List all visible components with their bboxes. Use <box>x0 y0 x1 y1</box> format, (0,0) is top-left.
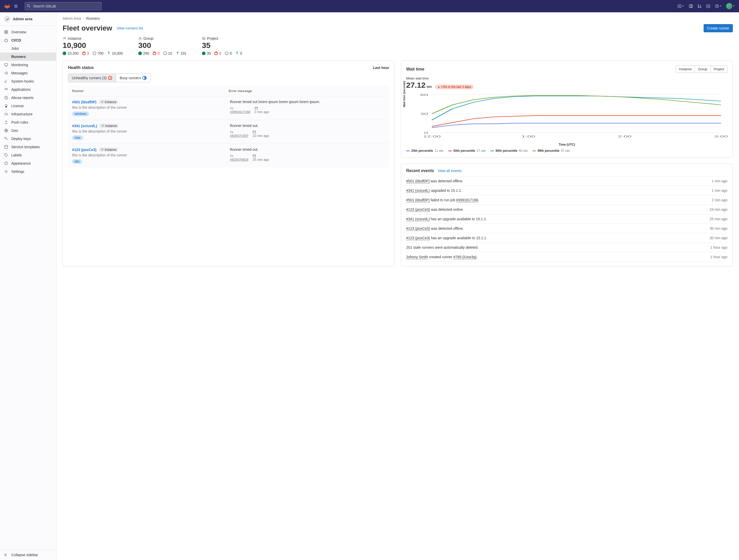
chip-upgrade: 10,000 <box>107 51 123 55</box>
event-time: 30 min ago <box>710 226 727 230</box>
event-message: #123 (poxCe3) was detected online. <box>406 207 464 211</box>
event-time: 24 min ago <box>710 207 727 211</box>
tab-unhealthy-runners[interactable]: Unhealthy runners (3) × <box>68 74 116 82</box>
sidebar-item-label: Service templates <box>11 145 40 149</box>
sidebar-item-geo[interactable]: Geo <box>0 127 56 135</box>
event-link[interactable]: #789 (iUxw3q) <box>453 255 476 259</box>
busy-status-icon <box>142 76 147 80</box>
seg-project[interactable]: Project <box>711 66 727 72</box>
appearance-icon <box>4 161 8 165</box>
search-input[interactable] <box>25 2 102 10</box>
sidebar: Admin area OverviewCI/CDJobsRunnersMonit… <box>0 12 56 560</box>
sidebar-item-license[interactable]: License <box>0 102 56 110</box>
plus-dropdown-icon[interactable] <box>678 4 684 8</box>
runner-error: Runner timed out. <box>230 148 385 152</box>
legend-name: 99th percentile <box>538 149 559 153</box>
runner-time: 2 min ago <box>255 107 269 114</box>
event-link[interactable]: #3991617168 <box>456 198 478 202</box>
cloud-icon <box>4 112 8 116</box>
calendar-icon <box>255 107 269 110</box>
runner-time: 10 min ago <box>253 130 269 138</box>
sidebar-item-infrastructure[interactable]: Infrastructure <box>0 110 56 118</box>
runner-desc: this is the description of the runner <box>72 153 227 157</box>
event-link[interactable]: #341 (xciuvdL) <box>406 188 430 193</box>
stats-row: Instance 10,900 10,200 3 700 10,000 Grou… <box>62 36 733 55</box>
event-link[interactable]: #501 (ldsdf0P) <box>406 198 430 202</box>
todos-icon[interactable] <box>706 4 710 8</box>
sidebar-item-jobs[interactable]: Jobs <box>0 44 56 52</box>
svg-point-28 <box>140 37 141 38</box>
create-runner-button[interactable]: Create runner <box>704 24 733 32</box>
sidebar-item-settings[interactable]: Settings <box>0 167 56 176</box>
sidebar-item-overview[interactable]: Overview <box>0 28 56 36</box>
runner-tag: mac <box>72 135 83 140</box>
tab-busy-runners[interactable]: Busy runners <box>116 74 150 82</box>
legend-item: 25th percentile11 sec <box>406 149 444 153</box>
users-icon <box>101 101 104 104</box>
template-icon <box>4 145 8 149</box>
sidebar-item-monitoring[interactable]: Monitoring <box>0 61 56 69</box>
legend-name: 25th percentile <box>411 149 433 153</box>
sidebar-item-messages[interactable]: Messages <box>0 69 56 77</box>
event-link[interactable]: #123 (poxCe3) <box>406 236 430 240</box>
svg-point-25 <box>6 163 7 163</box>
help-dropdown-icon[interactable]: ? <box>715 4 722 8</box>
wait-time-chart: Wait time (seconds) 0306012:001:002:003:… <box>406 92 727 141</box>
svg-point-23 <box>5 162 8 165</box>
stat-value: 10,900 <box>62 41 123 50</box>
sidebar-item-label: Geo <box>11 129 18 133</box>
legend-val: 50 sec <box>519 149 528 153</box>
sidebar-item-label: Settings <box>11 170 24 174</box>
sidebar-item-runners[interactable]: Runners <box>0 52 56 61</box>
sidebar-item-label: System hooks <box>11 79 34 83</box>
legend-swatch-icon <box>533 151 536 151</box>
job-link[interactable]: #829370616 <box>230 158 248 162</box>
sidebar-item-service-templates[interactable]: Service templates <box>0 143 56 151</box>
sidebar-item-push-rules[interactable]: Push rules <box>0 118 56 127</box>
sidebar-item-appearance[interactable]: Appearance <box>0 159 56 167</box>
event-link[interactable]: #501 (ldsdf0P) <box>406 179 430 183</box>
event-link[interactable]: #123 (poxCe3) <box>406 207 430 211</box>
sidebar-item-deploy-keys[interactable]: Deploy keys <box>0 135 56 143</box>
issues-icon[interactable] <box>689 4 693 8</box>
runner-id-link[interactable]: #123 (poxCe3) <box>72 148 97 152</box>
legend-val: 11 sec <box>435 149 444 153</box>
breadcrumb-parent[interactable]: Admin Area <box>62 16 81 20</box>
sidebar-item-applications[interactable]: Applications <box>0 85 56 94</box>
wait-summary: Mean wait time 27.12 sec ▲ +3% in the la… <box>406 76 727 89</box>
seg-instance[interactable]: Instance <box>676 66 695 72</box>
sidebar-item-ci-cd[interactable]: CI/CD <box>0 36 56 44</box>
online-dot-icon <box>62 51 66 55</box>
hamburger-icon[interactable] <box>12 3 19 10</box>
collapse-sidebar-button[interactable]: Collapse sidebar <box>0 550 56 560</box>
sidebar-item-label: Overview <box>11 30 26 34</box>
sidebar-item-labels[interactable]: Labels <box>0 151 56 159</box>
key-icon <box>4 137 8 141</box>
sidebar-item-system-hooks[interactable]: System hooks <box>0 77 56 85</box>
panels: Health status Last hour Unhealthy runner… <box>62 60 733 267</box>
sidebar-item-abuse-reports[interactable]: Abuse reports <box>0 94 56 102</box>
stat-instance: Instance 10,900 10,200 3 700 10,000 <box>62 36 123 55</box>
event-link[interactable]: #341 (xciuvdL) <box>406 217 430 221</box>
megaphone-icon <box>4 71 8 75</box>
upgrade-icon <box>107 51 111 55</box>
job-link[interactable]: #829371597 <box>230 134 248 138</box>
merge-requests-icon[interactable] <box>698 4 702 8</box>
tab-unhealthy-label: Unhealthy runners (3) <box>72 76 107 80</box>
view-all-events-link[interactable]: View all events <box>438 169 462 173</box>
search-icon <box>27 4 30 8</box>
runner-id-link[interactable]: #501 (ldsdf0P) <box>72 100 97 104</box>
view-runners-list-link[interactable]: View runners list <box>117 26 143 30</box>
stale-ring-icon <box>163 51 167 55</box>
col-runner: Runner <box>72 89 229 93</box>
event-link[interactable]: #123 (poxCe3) <box>406 226 430 230</box>
gitlab-logo-icon[interactable] <box>4 3 10 9</box>
users-icon <box>62 37 66 40</box>
event-link[interactable]: Johnny Smith <box>406 255 428 259</box>
chip-online: 290 <box>138 51 149 55</box>
runner-id-link[interactable]: #341 (xciuvdL) <box>72 124 97 128</box>
user-avatar[interactable] <box>726 3 735 9</box>
seg-group[interactable]: Group <box>695 66 711 72</box>
job-link-wrap: #829370616 <box>230 154 248 162</box>
job-link[interactable]: #3991617168 <box>230 110 251 114</box>
